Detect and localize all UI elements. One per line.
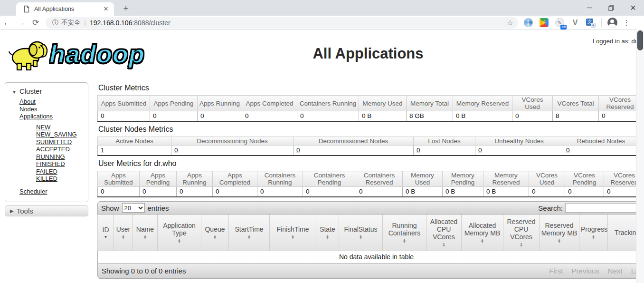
- col-header: Apps Completed: [242, 96, 297, 111]
- pagination-first[interactable]: First: [545, 265, 567, 277]
- tab-close-icon[interactable]: ✕: [102, 5, 110, 13]
- close-button[interactable]: ✕: [622, 0, 644, 16]
- table-row: No data available in table: [98, 251, 639, 263]
- metric-value: 0: [242, 111, 297, 122]
- extension-off-icon[interactable]: ✎ off: [554, 18, 565, 28]
- decommissioned-nodes-link[interactable]: 0: [296, 146, 300, 154]
- metric-value: 0: [98, 187, 140, 197]
- browser-titlebar: All Applications ✕ + ✕: [0, 0, 644, 16]
- profile-avatar[interactable]: [607, 18, 617, 28]
- unhealthy-nodes-link[interactable]: 0: [478, 146, 482, 154]
- sidebar-item-applications[interactable]: Applications: [19, 113, 88, 120]
- sidebar-item-about[interactable]: About: [19, 98, 88, 106]
- col-state[interactable]: State▲▼: [316, 215, 339, 251]
- sidebar-item-new[interactable]: NEW: [36, 124, 88, 131]
- col-header: Memory Used: [359, 96, 407, 111]
- col-header: Apps Submitted: [98, 96, 150, 111]
- main-content: Cluster Metrics Apps Submitted Apps Pend…: [97, 30, 639, 283]
- sort-icon: ▲▼: [541, 238, 578, 244]
- sidebar-item-failed[interactable]: FAILED: [36, 168, 88, 176]
- page-size-select[interactable]: 20: [122, 203, 145, 213]
- col-header: Apps Pending: [150, 96, 198, 111]
- col-application-type[interactable]: Application Type▲▼: [158, 215, 201, 251]
- col-header: Rebooted Nodes: [563, 137, 639, 146]
- sort-icon: ▲▼: [384, 238, 425, 244]
- entries-label: entries: [148, 204, 169, 212]
- col-header: Unhealthy Nodes: [475, 137, 563, 146]
- metric-value: 0: [565, 187, 604, 197]
- metric-value: 0: [303, 187, 356, 197]
- pagination-previous[interactable]: Previous: [567, 265, 603, 277]
- col-header: Lost Nodes: [414, 137, 475, 146]
- new-tab-button[interactable]: +: [120, 3, 132, 15]
- table-row: 0 0 0 0 0 0 B 8 GB 0 B 0 8 0: [98, 111, 639, 122]
- table-row: Apps Submitted Apps Pending Apps Running…: [98, 171, 639, 187]
- col-starttime[interactable]: StartTime▲▼: [229, 215, 270, 251]
- forward-icon[interactable]: →: [14, 18, 28, 28]
- reload-icon[interactable]: ⟳: [28, 18, 43, 28]
- sidebar-item-submitted[interactable]: SUBMITTED: [36, 138, 88, 146]
- search-input[interactable]: [565, 203, 636, 213]
- col-allocated-memory-mb[interactable]: Allocated Memory MB▲▼: [462, 215, 503, 251]
- vertical-scrollbar[interactable]: [636, 29, 644, 283]
- sidebar-item-finished[interactable]: FINISHED: [36, 160, 88, 168]
- tools-menu-header[interactable]: ▶Tools: [5, 205, 88, 216]
- security-label: 不安全: [61, 19, 81, 27]
- back-icon[interactable]: ←: [0, 18, 14, 28]
- sidebar-item-scheduler[interactable]: Scheduler: [19, 188, 88, 195]
- col-running-containers[interactable]: Running Containers▲▼: [383, 215, 426, 251]
- translate-icon[interactable]: 文 A: [586, 18, 596, 28]
- col-reserved-cpu-vcores[interactable]: Reserved CPU VCores▲▼: [503, 215, 540, 251]
- bookmark-star-icon[interactable]: ☆: [507, 19, 513, 27]
- sort-icon: ▲▼: [341, 234, 381, 240]
- browser-tab[interactable]: All Applications ✕: [16, 2, 114, 16]
- pagination-next[interactable]: Next: [604, 265, 627, 277]
- sidebar-item-accepted[interactable]: ACCEPTED: [36, 146, 88, 153]
- extension-swirl-icon[interactable]: [523, 18, 533, 28]
- cluster-menu-header[interactable]: ▼Cluster: [5, 86, 88, 98]
- metric-value: 0: [150, 111, 198, 122]
- col-header: Apps Completed: [213, 171, 257, 187]
- chevron-right-icon: ▶: [10, 208, 14, 214]
- sidebar-item-killed[interactable]: KILLED: [36, 175, 88, 183]
- col-progress[interactable]: Progress▲▼: [579, 215, 608, 251]
- col-name[interactable]: Name▲▼: [133, 215, 158, 251]
- col-header: Apps Submitted: [98, 171, 140, 187]
- metric-value: 0: [98, 111, 150, 122]
- browser-window: All Applications ✕ + ✕ ← → ⟳ ⓘ 不安全 | 192…: [0, 0, 644, 283]
- restore-button[interactable]: [600, 0, 622, 16]
- sidebar-item-new-saving[interactable]: NEW_SAVING: [36, 131, 88, 138]
- scrollbar-thumb[interactable]: [637, 30, 643, 50]
- window-controls: ✕: [578, 0, 644, 16]
- sort-icon: ▲▼: [581, 234, 606, 240]
- tab-title: All Applications: [34, 6, 102, 12]
- col-finishtime[interactable]: FinishTime▲▼: [270, 215, 316, 251]
- rebooted-nodes-link[interactable]: 0: [566, 146, 570, 154]
- col-tracking-ui[interactable]: Tracking UI: [608, 215, 639, 251]
- info-icon[interactable]: ⓘ: [52, 19, 58, 27]
- col-header: VCores Used: [512, 96, 553, 111]
- col-finalstatus[interactable]: FinalStatus▲▼: [339, 215, 383, 251]
- col-reserved-memory-mb[interactable]: Reserved Memory MB▲▼: [540, 215, 579, 251]
- extension-lightning-icon[interactable]: ⚡: [539, 18, 549, 28]
- extension-v-icon[interactable]: V: [570, 18, 580, 28]
- metric-value: 0: [529, 187, 565, 197]
- lost-nodes-link[interactable]: 0: [417, 146, 420, 154]
- col-queue[interactable]: Queue▲▼: [201, 215, 229, 251]
- active-nodes-link[interactable]: 1: [101, 146, 104, 154]
- address-bar[interactable]: ⓘ 不安全 | 192.168.0.106 :8088/cluster ☆: [46, 17, 518, 29]
- browser-menu-icon[interactable]: ⋮: [623, 18, 630, 27]
- metric-value: 0: [257, 187, 303, 197]
- minimize-button[interactable]: [578, 0, 600, 16]
- search-label: Search:: [538, 204, 563, 212]
- decommissioning-nodes-link[interactable]: 0: [174, 146, 178, 154]
- col-id[interactable]: ID▼: [98, 215, 114, 251]
- col-allocated-cpu-vcores[interactable]: Allocated CPU VCores▲▼: [426, 215, 462, 251]
- sort-icon: ▲▼: [318, 234, 337, 240]
- sidebar-item-nodes[interactable]: Nodes: [19, 106, 88, 113]
- empty-table-message: No data available in table: [98, 251, 639, 263]
- metric-value: 0 B: [443, 187, 483, 197]
- sidebar-item-running[interactable]: RUNNING: [36, 153, 88, 161]
- col-user[interactable]: User▲▼: [114, 215, 133, 251]
- show-label: Show: [101, 204, 119, 212]
